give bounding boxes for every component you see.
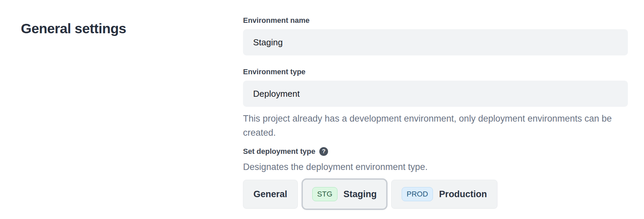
option-production-label: Production: [439, 189, 487, 200]
staging-badge: STG: [312, 187, 337, 201]
environment-name-input[interactable]: [243, 29, 628, 55]
option-general-label: General: [253, 189, 287, 200]
deployment-type-description: Designates the deployment environment ty…: [243, 161, 628, 173]
deployment-type-label-row: Set deployment type ?: [243, 147, 628, 156]
page-title: General settings: [21, 21, 126, 36]
environment-type-help-text: This project already has a development e…: [243, 112, 613, 140]
production-badge: PROD: [402, 187, 433, 201]
general-settings-page: General settings Environment name Enviro…: [0, 0, 644, 219]
environment-name-label: Environment name: [243, 17, 628, 24]
question-mark-icon[interactable]: ?: [319, 147, 328, 156]
deployment-type-options: General STG Staging PROD Production: [243, 178, 628, 210]
option-staging-label: Staging: [344, 189, 377, 200]
set-deployment-type-label: Set deployment type: [243, 148, 315, 155]
environment-type-input[interactable]: [243, 81, 628, 107]
deployment-type-option-general[interactable]: General: [243, 180, 298, 209]
deployment-type-option-production[interactable]: PROD Production: [391, 180, 497, 209]
deployment-type-option-staging[interactable]: STG Staging: [301, 178, 388, 210]
environment-type-label: Environment type: [243, 68, 628, 76]
settings-form: Environment name Environment type This p…: [243, 17, 628, 210]
